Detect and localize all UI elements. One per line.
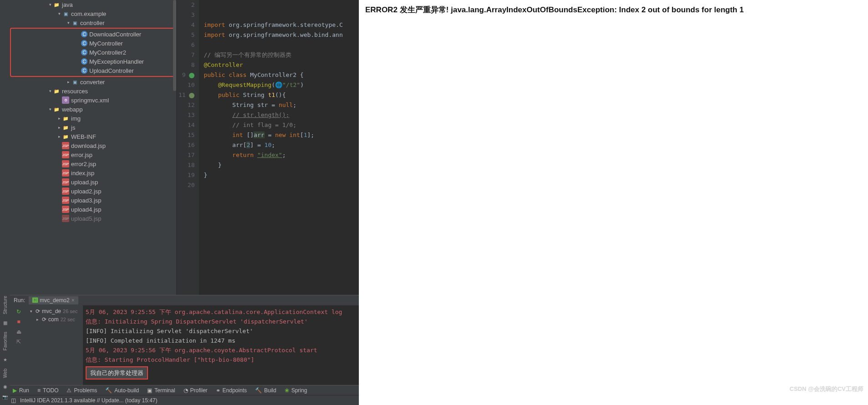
vcs-icon: ◫ [11, 397, 17, 404]
tool-build[interactable]: 🔨Build [255, 387, 276, 394]
jsp-icon: JSP [62, 215, 69, 222]
jsp-icon: JSP [62, 160, 69, 167]
tree-class-download[interactable]: CDownloadController [11, 30, 175, 39]
jsp-icon: JSP [62, 197, 69, 204]
error-message: ERROR2 发生严重异常! java.lang.ArrayIndexOutOf… [365, 5, 862, 15]
tool-window-bar: ▶Run ≡TODO ⚠Problems 🔨Auto-build ▣Termin… [0, 385, 359, 395]
tree-file-jsp[interactable]: JSPupload5.jsp [10, 214, 176, 223]
exit-button[interactable]: ⏏ [15, 328, 22, 335]
todo-icon: ≡ [37, 387, 41, 394]
project-tree[interactable]: ▾📁java ▾▣com.example ▾▣controller CDownl… [10, 0, 177, 295]
tree-package-com-example[interactable]: ▾▣com.example [10, 9, 176, 18]
xml-icon: ⚙ [62, 96, 69, 104]
structure-tab[interactable]: Structure [2, 292, 9, 318]
tree-folder-resources[interactable]: ▾📁resources [10, 86, 176, 96]
package-icon: ▣ [71, 19, 78, 26]
jsp-icon: JSP [62, 187, 69, 195]
tree-file-jsp[interactable]: JSPupload4.jsp [10, 205, 176, 214]
tree-folder-img[interactable]: ▸📁img [10, 114, 176, 123]
tree-file-jsp[interactable]: JSPindex.jsp [10, 168, 176, 177]
console-output[interactable]: 5月 06, 2023 9:25:55 下午 org.apache.catali… [83, 305, 359, 385]
tomcat-icon: 🅼 [32, 297, 38, 304]
code-editor[interactable]: 23 45 67 8 9 10 11 1213 1415 1617 1819 2… [177, 0, 359, 295]
status-bar: ◫ IntelliJ IDEA 2021.1.3 available // Up… [0, 395, 359, 405]
tree-package-converter[interactable]: ▸▣converter [10, 77, 176, 86]
warning-icon: ⚠ [66, 387, 71, 394]
tool-profiler[interactable]: ◔Profiler [184, 387, 208, 394]
class-icon: C [81, 49, 87, 56]
folder-icon: 📁 [62, 115, 69, 122]
package-icon: ▣ [71, 78, 78, 86]
code-area[interactable]: import org.springframework.stereotype.C … [199, 0, 359, 295]
web-icon: ◉ [3, 381, 7, 392]
collapse-button[interactable]: ⇱ [15, 338, 22, 345]
tree-class-mycontroller[interactable]: CMyController [11, 39, 175, 48]
tree-file-jsp[interactable]: JSPupload2.jsp [10, 187, 176, 196]
line-gutter: 23 45 67 8 9 10 11 1213 1415 1617 1819 2… [177, 0, 199, 295]
favorites-icon: ★ [3, 354, 7, 365]
tree-class-mycontroller2[interactable]: CMyController2 [11, 48, 175, 57]
run-panel: Run: 🅼 mvc_demo2 × ↻ ■ ⏏ ⇱ ▾⟳mvc_de26 se… [10, 295, 359, 385]
folder-icon: 📁 [53, 106, 60, 113]
tree-scrollbar[interactable] [173, 0, 176, 91]
package-icon: ▣ [62, 10, 69, 17]
left-tool-rail: Structure ▦ Favorites ★ Web ◉ 📷 [0, 0, 10, 405]
tool-endpoints[interactable]: ⚭Endpoints [216, 387, 247, 394]
ide-body: ▾📁java ▾▣com.example ▾▣controller CDownl… [10, 0, 359, 295]
tool-todo[interactable]: ≡TODO [37, 387, 58, 394]
run-config-tab[interactable]: 🅼 mvc_demo2 × [29, 296, 78, 304]
tree-file-springxml[interactable]: ⚙springmvc.xml [10, 96, 176, 105]
build-icon: 🔨 [255, 387, 262, 394]
tree-folder-webapp[interactable]: ▾📁webapp [10, 105, 176, 114]
terminal-icon: ▣ [147, 387, 152, 394]
tree-package-controller[interactable]: ▾▣controller [10, 18, 176, 27]
hammer-icon: 🔨 [105, 387, 112, 394]
tree-file-jsp[interactable]: JSPerror.jsp [10, 150, 176, 159]
class-icon: C [81, 40, 87, 46]
favorites-tab[interactable]: Favorites [2, 328, 9, 354]
jsp-icon: JSP [62, 151, 69, 158]
spring-icon: ❀ [285, 387, 289, 394]
tree-folder-js[interactable]: ▸📁js [10, 123, 176, 132]
close-icon[interactable]: × [71, 297, 75, 304]
folder-icon: 📁 [62, 124, 69, 131]
play-icon: ▶ [13, 387, 17, 394]
gutter-run-icon[interactable] [189, 73, 194, 78]
web-tab[interactable]: Web [2, 365, 9, 381]
jsp-icon: JSP [62, 142, 69, 149]
tool-autobuild[interactable]: 🔨Auto-build [105, 387, 139, 394]
stop-button[interactable]: ■ [15, 318, 22, 325]
tree-file-jsp[interactable]: JSPupload3.jsp [10, 196, 176, 205]
highlighted-controller-classes: CDownloadController CMyController CMyCon… [10, 28, 176, 77]
folder-icon: 📁 [62, 133, 69, 140]
camera-icon[interactable]: 📷 [2, 392, 8, 402]
spinner-icon: ⟳ [42, 316, 46, 323]
class-icon: C [81, 58, 87, 65]
folder-icon: 📁 [53, 1, 60, 8]
endpoints-icon: ⚭ [216, 387, 220, 394]
status-text[interactable]: IntelliJ IDEA 2021.1.3 available // Upda… [20, 397, 158, 404]
tree-file-jsp[interactable]: JSPerror2.jsp [10, 159, 176, 168]
jsp-icon: JSP [62, 178, 69, 186]
run-tree[interactable]: ▾⟳mvc_de26 sec ▸⟳com22 sec [27, 305, 83, 385]
folder-icon: 📁 [53, 87, 60, 95]
url-icon: 🌐 [275, 81, 282, 88]
run-label: Run: [10, 297, 29, 304]
jsp-icon: JSP [62, 206, 69, 213]
jsp-icon: JSP [62, 169, 69, 177]
tree-file-jsp[interactable]: JSPupload.jsp [10, 177, 176, 187]
structure-icon: ▦ [3, 318, 7, 328]
rerun-button[interactable]: ↻ [15, 308, 22, 315]
gutter-bean-icon[interactable] [189, 93, 194, 98]
class-icon: C [81, 31, 87, 37]
tree-file-jsp[interactable]: JSPdownload.jsp [10, 141, 176, 150]
tree-folder-java[interactable]: ▾📁java [10, 0, 176, 9]
tool-problems[interactable]: ⚠Problems [66, 387, 97, 394]
tool-spring[interactable]: ❀Spring [285, 387, 307, 394]
console-highlight-box: 我自己的异常处理器 [86, 366, 148, 380]
tree-class-exceptionhandler[interactable]: CMyExceptionHandler [11, 57, 175, 66]
tool-run[interactable]: ▶Run [13, 387, 29, 394]
tree-class-upload[interactable]: CUploadController [11, 66, 175, 75]
tree-folder-webinf[interactable]: ▸📁WEB-INF [10, 132, 176, 141]
tool-terminal[interactable]: ▣Terminal [147, 387, 175, 394]
